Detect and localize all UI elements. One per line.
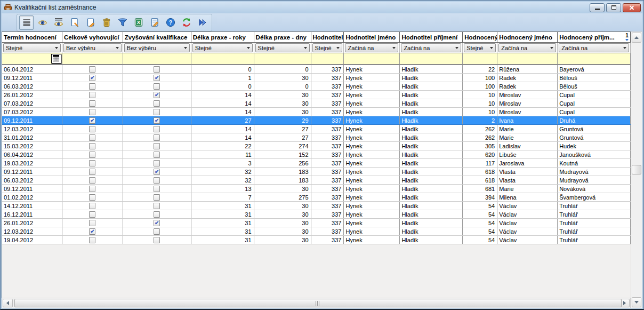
table-row[interactable]: 06.04.201200337HynekHladík22RůženaBayero…: [2, 65, 631, 74]
checkbox[interactable]: [154, 228, 160, 235]
filter-operator-select-5[interactable]: Stejné: [312, 43, 343, 52]
grid-cell[interactable]: 14: [191, 108, 254, 116]
grid-cell[interactable]: Ivana: [497, 116, 558, 124]
grid-cell[interactable]: 54: [463, 227, 497, 235]
grid-cell[interactable]: 1: [191, 74, 254, 82]
grid-cell[interactable]: [62, 176, 123, 184]
grid-cell[interactable]: Truhlář: [558, 227, 631, 235]
vertical-scroll-track[interactable]: [631, 43, 642, 297]
grid-cell[interactable]: 0: [254, 82, 311, 90]
toolbar-button-filter[interactable]: [115, 15, 130, 30]
grid-cell[interactable]: Ladislav: [497, 142, 558, 150]
vertical-scrollbar[interactable]: [631, 31, 642, 308]
grid-cell[interactable]: Truhlář: [558, 210, 631, 218]
grid-cell[interactable]: 30: [254, 99, 311, 107]
grid-cell[interactable]: 54: [463, 219, 497, 227]
grid-cell[interactable]: 30: [254, 108, 311, 116]
grid-cell[interactable]: Miroslav: [497, 99, 558, 107]
column-header-6[interactable]: Hodnotitel jméno: [344, 32, 400, 42]
grid-cell[interactable]: 07.03.2012: [2, 99, 62, 107]
horizontal-scroll-thumb[interactable]: [14, 299, 622, 307]
grid-cell[interactable]: [62, 133, 123, 141]
grid-cell[interactable]: 183: [254, 176, 311, 184]
grid-cell[interactable]: Hladík: [400, 210, 463, 218]
toolbar-button-preview-detail[interactable]: [51, 15, 66, 30]
grid-cell[interactable]: 337: [311, 168, 344, 176]
grid-cell[interactable]: 337: [311, 150, 344, 158]
grid-cell[interactable]: Hladík: [400, 116, 463, 124]
grid-cell[interactable]: Vlasta: [497, 168, 558, 176]
grid-cell[interactable]: Švambergová: [558, 193, 631, 201]
checkbox[interactable]: [154, 194, 160, 201]
grid-cell[interactable]: 19.03.2012: [2, 159, 62, 167]
checkbox[interactable]: [154, 152, 160, 158]
table-row[interactable]: 06.04.201211152337HynekHladík620LibušeJa…: [2, 150, 631, 159]
grid-cell[interactable]: [123, 125, 191, 133]
grid-cell[interactable]: Hladík: [400, 219, 463, 227]
grid-cell[interactable]: Hynek: [344, 210, 400, 218]
filter-operator-select-4[interactable]: Stejné: [255, 43, 310, 52]
grid-cell[interactable]: 337: [311, 82, 344, 90]
grid-cell[interactable]: 2: [463, 116, 497, 124]
grid-cell[interactable]: Václav: [497, 219, 558, 227]
grid-cell[interactable]: [62, 116, 123, 124]
column-header-7[interactable]: Hodnotitel příjmení: [400, 32, 463, 42]
grid-cell[interactable]: [62, 168, 123, 176]
grid-cell[interactable]: Hladík: [400, 65, 463, 73]
grid-cell[interactable]: Mudrayová: [558, 176, 631, 184]
checkbox[interactable]: [154, 75, 160, 81]
checkbox[interactable]: [154, 169, 160, 175]
scroll-down-button[interactable]: [632, 297, 641, 307]
toolbar-button-new-record[interactable]: [67, 15, 82, 30]
grid-cell[interactable]: Hynek: [344, 133, 400, 141]
grid-cell[interactable]: Hynek: [344, 108, 400, 116]
date-picker-button[interactable]: [51, 54, 61, 63]
grid-cell[interactable]: Hynek: [344, 99, 400, 107]
restore-button[interactable]: [606, 3, 621, 12]
grid-cell[interactable]: [123, 82, 191, 90]
checkbox[interactable]: [154, 160, 160, 166]
grid-cell[interactable]: 30: [254, 210, 311, 218]
grid-cell[interactable]: 30: [254, 91, 311, 99]
table-row[interactable]: 16.12.20113130337HynekHladík54VáclavTruh…: [2, 210, 631, 219]
grid-cell[interactable]: 26.01.2012: [2, 91, 62, 99]
grid-cell[interactable]: Bělouš: [558, 74, 631, 82]
grid-cell[interactable]: Hynek: [344, 227, 400, 235]
filter-input-10[interactable]: [558, 53, 631, 64]
grid-cell[interactable]: Hynek: [344, 74, 400, 82]
checkbox[interactable]: [89, 152, 95, 158]
checkbox[interactable]: [154, 186, 160, 192]
grid-cell[interactable]: 06.03.2012: [2, 176, 62, 184]
grid-cell[interactable]: 54: [463, 210, 497, 218]
grid-cell[interactable]: Marie: [497, 133, 558, 141]
table-row[interactable]: 06.03.201232183337HynekHladík618VlastaMu…: [2, 176, 631, 185]
filter-operator-select-8[interactable]: Stejné: [464, 43, 496, 52]
table-row[interactable]: 12.03.20123130337HynekHladík54VáclavTruh…: [2, 227, 631, 236]
grid-cell[interactable]: [123, 168, 191, 176]
grid-cell[interactable]: Hladík: [400, 236, 463, 244]
grid-cell[interactable]: [123, 202, 191, 210]
grid-cell[interactable]: Václav: [497, 210, 558, 218]
grid-cell[interactable]: 12.03.2012: [2, 227, 62, 235]
grid-cell[interactable]: Hynek: [344, 168, 400, 176]
checkbox[interactable]: [154, 203, 160, 209]
grid-cell[interactable]: 31: [191, 202, 254, 210]
grid-cell[interactable]: [123, 185, 191, 193]
grid-cell[interactable]: Libuše: [497, 150, 558, 158]
toolbar-button-list-view[interactable]: [19, 15, 34, 30]
grid-cell[interactable]: 54: [463, 202, 497, 210]
grid-cell[interactable]: 337: [311, 142, 344, 150]
grid-cell[interactable]: Hladík: [400, 82, 463, 90]
grid-cell[interactable]: 117: [463, 159, 497, 167]
grid-cell[interactable]: Hladík: [400, 159, 463, 167]
grid-cell[interactable]: 337: [311, 202, 344, 210]
column-header-10[interactable]: Hodnocený příjm...1: [558, 32, 631, 42]
grid-cell[interactable]: 31: [191, 210, 254, 218]
grid-cell[interactable]: [62, 219, 123, 227]
grid-cell[interactable]: 100: [463, 82, 497, 90]
grid-cell[interactable]: 11: [191, 150, 254, 158]
grid-cell[interactable]: 16.12.2011: [2, 210, 62, 218]
column-header-4[interactable]: Délka praxe - dny: [254, 32, 311, 42]
grid-cell[interactable]: Hladík: [400, 176, 463, 184]
grid-cell[interactable]: [123, 227, 191, 235]
